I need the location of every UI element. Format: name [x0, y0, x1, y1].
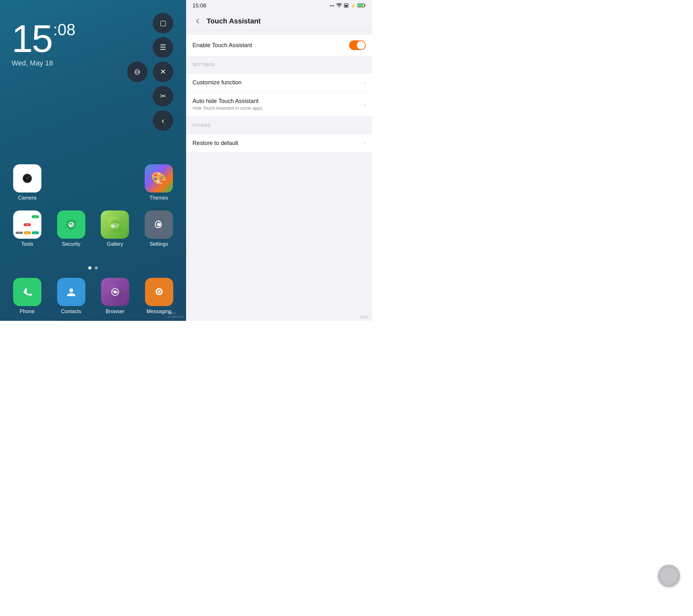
- dock-contacts-label: Contacts: [61, 309, 81, 314]
- svg-point-2: [26, 177, 29, 180]
- dock-messaging[interactable]: Messaging: [141, 278, 177, 314]
- touch-btn-menu[interactable]: ☰: [153, 37, 173, 58]
- miui-watermark: MIUI en.miui.com: [168, 311, 183, 318]
- browser-icon: [101, 278, 129, 306]
- page-dot-2[interactable]: [95, 266, 98, 270]
- back-button[interactable]: [191, 15, 204, 27]
- sim-icon: [344, 3, 349, 9]
- auto-hide-label: Auto hide Touch Assistant: [193, 98, 263, 105]
- touch-btn-scissors[interactable]: ✂: [153, 86, 173, 106]
- dock-browser[interactable]: Browser: [98, 278, 133, 314]
- settings-icon: [145, 211, 173, 239]
- status-bar-right: 15:08 ••• ⚡: [186, 0, 372, 12]
- app-grid: Camera 🎨 Themes ↑ ● ≡ N: [0, 164, 186, 257]
- phone-icon: [13, 278, 41, 306]
- customize-row[interactable]: Customize function ›: [186, 74, 372, 92]
- app-tools[interactable]: ↑ ● ≡ N ↓ Tools: [9, 211, 45, 247]
- clock-date: Wed, May 18: [12, 59, 75, 67]
- svg-point-14: [69, 289, 73, 292]
- dock-phone[interactable]: Phone: [9, 278, 45, 314]
- app-security[interactable]: Security: [54, 211, 89, 247]
- enable-label: Enable Touch Assistant: [193, 42, 252, 49]
- settings-section-header: SETTINGS: [186, 56, 372, 69]
- touch-btn-close[interactable]: ✕: [153, 62, 173, 82]
- app-settings-label: Settings: [150, 241, 168, 247]
- auto-hide-chevron: ›: [364, 101, 366, 108]
- svg-rect-23: [345, 5, 348, 7]
- dock-browser-label: Browser: [105, 309, 124, 314]
- touch-btn-lock[interactable]: ⊖: [127, 62, 147, 82]
- wifi-icon: [336, 3, 342, 9]
- customize-label: Customize function: [193, 79, 242, 86]
- status-time-right: 15:08: [193, 3, 206, 9]
- more-icon: •••: [330, 3, 334, 8]
- clock-hour: 15: [12, 19, 52, 58]
- page-dots: [0, 266, 186, 270]
- enable-toggle[interactable]: [349, 40, 366, 50]
- clock: 15 :08 Wed, May 18: [12, 19, 75, 67]
- app-themes[interactable]: 🎨 Themes: [141, 164, 176, 201]
- svg-rect-12: [20, 284, 35, 299]
- svg-rect-25: [358, 4, 363, 6]
- camera-icon: [13, 164, 41, 193]
- dock-contacts[interactable]: Contacts: [54, 278, 89, 314]
- enable-card: Enable Touch Assistant: [186, 35, 372, 56]
- header-bar: Touch Assistant: [186, 12, 372, 31]
- tools-icon: ↑ ● ≡ N ↓: [13, 211, 41, 239]
- dock-phone-label: Phone: [20, 309, 34, 314]
- enable-row[interactable]: Enable Touch Assistant: [186, 35, 372, 56]
- homescreen-panel: 15 :08 Wed, May 18 ▢ ☰ ⊖ ✕: [0, 0, 186, 321]
- app-row-2: ↑ ● ≡ N ↓ Tools: [9, 211, 176, 247]
- gallery-icon: [101, 211, 129, 239]
- touch-btn-back[interactable]: ‹: [153, 111, 173, 131]
- status-bar-left: [0, 0, 186, 12]
- miui-watermark-right: MIUI: [186, 314, 372, 321]
- settings-panel: 15:08 ••• ⚡: [186, 0, 372, 321]
- messaging-icon: [145, 278, 173, 306]
- themes-icon: 🎨: [145, 164, 173, 193]
- restore-label: Restore to default: [193, 140, 238, 146]
- svg-point-8: [111, 224, 115, 228]
- battery-icon: [357, 3, 366, 9]
- restore-row[interactable]: Restore to default ›: [186, 134, 372, 153]
- settings-card-1: Customize function › Auto hide Touch Ass…: [186, 74, 372, 117]
- security-icon: [57, 211, 85, 239]
- svg-point-21: [158, 290, 160, 293]
- contacts-icon: [57, 278, 85, 306]
- bottom-dock: Phone Contacts: [0, 278, 186, 314]
- settings-content: Enable Touch Assistant SETTINGS Customiz…: [186, 31, 372, 314]
- auto-hide-row[interactable]: Auto hide Touch Assistant Hide Touch Ass…: [186, 92, 372, 117]
- page-title: Touch Assistant: [206, 17, 261, 25]
- app-tools-label: Tools: [21, 241, 33, 247]
- clock-min: :08: [53, 22, 75, 38]
- others-section-header: OTHERS: [186, 117, 372, 130]
- app-gallery[interactable]: Gallery: [97, 211, 133, 247]
- touch-assistant-buttons: ▢ ☰ ⊖ ✕ ✂ ‹: [127, 13, 173, 131]
- auto-hide-sublabel: Hide Touch Assistant in some apps.: [193, 105, 263, 111]
- app-camera[interactable]: Camera: [9, 164, 45, 201]
- toggle-thumb: [357, 41, 365, 49]
- app-security-label: Security: [62, 241, 81, 247]
- app-themes-label: Themes: [150, 195, 168, 201]
- touch-btn-square[interactable]: ▢: [153, 13, 173, 33]
- settings-card-2: Restore to default ›: [186, 134, 372, 153]
- app-camera-label: Camera: [18, 195, 37, 201]
- page-dot-1[interactable]: [88, 266, 92, 270]
- restore-chevron: ›: [364, 140, 366, 146]
- app-gallery-label: Gallery: [107, 241, 123, 247]
- customize-chevron: ›: [364, 79, 366, 86]
- app-settings[interactable]: Settings: [141, 211, 176, 247]
- svg-rect-26: [364, 5, 365, 6]
- bolt-icon: ⚡: [350, 3, 355, 8]
- svg-point-3: [28, 176, 29, 177]
- status-icons-right: ••• ⚡: [330, 3, 366, 9]
- app-row-1: Camera 🎨 Themes: [9, 164, 176, 201]
